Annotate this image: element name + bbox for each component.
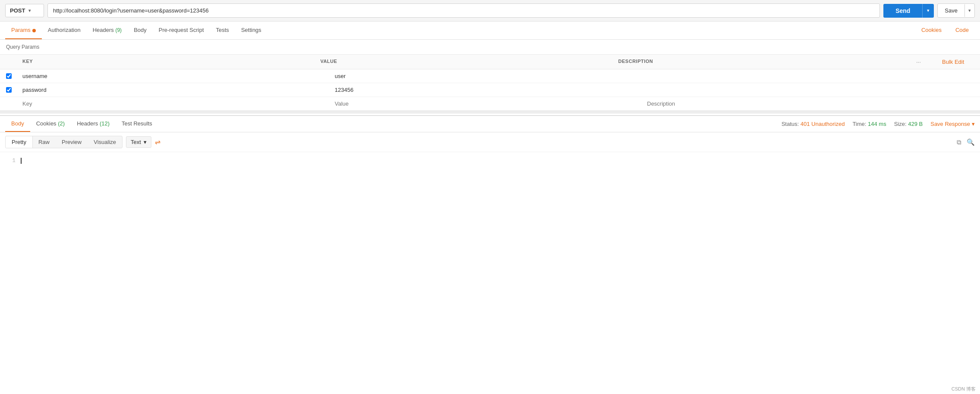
- text-type-chevron-icon: ▾: [144, 139, 147, 145]
- request-tabs: Params Authorization Headers (9) Body Pr…: [0, 22, 980, 40]
- placeholder-key-input[interactable]: [22, 100, 324, 107]
- row2-actions-cell: [954, 87, 980, 94]
- format-tab-preview[interactable]: Preview: [56, 136, 88, 148]
- response-tab-cookies[interactable]: Cookies (2): [30, 116, 71, 132]
- method-label: POST: [10, 7, 25, 14]
- response-status: Status: 401 Unauthorized Time: 144 ms Si…: [782, 121, 975, 127]
- url-input[interactable]: [47, 3, 880, 18]
- placeholder-description-cell: [642, 97, 954, 110]
- time-value: 144 ms: [868, 121, 886, 127]
- save-button[interactable]: Save: [938, 4, 964, 17]
- text-cursor: [21, 158, 22, 164]
- table-row: [0, 69, 980, 83]
- col-more-header[interactable]: ···: [911, 55, 937, 69]
- placeholder-value-input[interactable]: [335, 100, 637, 107]
- row2-value-input[interactable]: [335, 87, 637, 93]
- placeholder-key-cell: [17, 97, 330, 110]
- tab-body[interactable]: Body: [128, 22, 153, 39]
- tab-authorization[interactable]: Authorization: [42, 22, 87, 39]
- tab-headers[interactable]: Headers (9): [87, 22, 128, 39]
- response-tab-test-results[interactable]: Test Results: [116, 116, 158, 132]
- col-description-header: DESCRIPTION: [613, 55, 911, 69]
- tab-code[interactable]: Code: [949, 22, 975, 39]
- placeholder-checkbox-cell: [0, 100, 17, 107]
- row1-description-cell: [642, 69, 954, 83]
- send-button[interactable]: Send: [883, 4, 922, 18]
- send-button-group: Send ▾: [883, 4, 934, 18]
- tab-prerequest[interactable]: Pre-request Script: [153, 22, 210, 39]
- tab-params[interactable]: Params: [5, 22, 42, 39]
- format-tab-raw[interactable]: Raw: [32, 136, 56, 148]
- params-active-dot: [32, 29, 36, 32]
- row2-key-input[interactable]: [22, 87, 324, 93]
- right-tabs: Cookies Code: [915, 22, 975, 39]
- row2-value-cell: [330, 83, 642, 97]
- row2-checkbox-cell: [0, 84, 17, 96]
- row1-value-cell: [330, 69, 642, 83]
- row2-description-input[interactable]: [647, 87, 949, 93]
- col-key-header: KEY: [17, 55, 315, 69]
- row1-key-input[interactable]: [22, 73, 324, 79]
- bulk-edit-button[interactable]: Bulk Edit: [937, 55, 980, 69]
- status-value: 401 Unauthorized: [801, 121, 845, 127]
- row1-checkbox-cell: [0, 70, 17, 82]
- row2-key-cell: [17, 83, 330, 97]
- send-dropdown-button[interactable]: ▾: [922, 4, 934, 18]
- tab-cookies[interactable]: Cookies: [915, 22, 948, 39]
- params-table-header: KEY VALUE DESCRIPTION ··· Bulk Edit: [0, 54, 980, 69]
- method-selector[interactable]: POST ▾: [5, 4, 44, 17]
- response-tabs-bar: Body Cookies (2) Headers (12) Test Resul…: [0, 115, 980, 132]
- placeholder-actions-cell: [954, 100, 980, 107]
- format-tabs: Pretty Raw Preview Visualize: [5, 136, 122, 148]
- format-tab-visualize[interactable]: Visualize: [88, 136, 122, 148]
- size-value: 429 B: [908, 121, 923, 127]
- response-tab-headers[interactable]: Headers (12): [71, 116, 116, 132]
- method-chevron-icon: ▾: [28, 8, 31, 13]
- section-divider: [0, 111, 980, 113]
- table-row: [0, 83, 980, 97]
- text-type-selector[interactable]: Text ▾: [126, 136, 151, 148]
- top-bar: POST ▾ Send ▾ Save ▾: [0, 0, 980, 22]
- wrap-icon[interactable]: ⇌: [155, 138, 160, 146]
- tab-tests[interactable]: Tests: [210, 22, 235, 39]
- save-response-button[interactable]: Save Response ▾: [930, 121, 975, 127]
- col-checkbox-header: [0, 55, 17, 69]
- row2-description-cell: [642, 83, 954, 97]
- code-content[interactable]: [21, 157, 975, 199]
- row1-description-input[interactable]: [647, 73, 949, 79]
- toolbar-right-actions: ⧉ 🔍: [957, 138, 975, 146]
- tab-settings[interactable]: Settings: [235, 22, 267, 39]
- response-tab-body[interactable]: Body: [5, 116, 30, 132]
- row2-checkbox[interactable]: [6, 87, 12, 93]
- copy-icon[interactable]: ⧉: [957, 138, 961, 146]
- format-tab-pretty[interactable]: Pretty: [6, 136, 32, 148]
- row1-key-cell: [17, 69, 330, 83]
- save-dropdown-button[interactable]: ▾: [964, 4, 974, 17]
- row1-checkbox[interactable]: [6, 73, 12, 79]
- save-button-group: Save ▾: [937, 3, 975, 18]
- col-value-header: VALUE: [315, 55, 613, 69]
- search-icon[interactable]: 🔍: [967, 138, 975, 146]
- row1-actions-cell: [954, 73, 980, 80]
- line-numbers: 1: [5, 157, 16, 199]
- row1-value-input[interactable]: [335, 73, 637, 79]
- code-area: 1: [0, 152, 980, 204]
- table-row-placeholder: [0, 97, 980, 111]
- placeholder-value-cell: [330, 97, 642, 110]
- query-params-section-label: Query Params: [0, 40, 980, 54]
- placeholder-description-input[interactable]: [647, 100, 949, 107]
- params-table: KEY VALUE DESCRIPTION ··· Bulk Edit: [0, 54, 980, 111]
- response-toolbar: Pretty Raw Preview Visualize Text ▾ ⇌ ⧉ …: [0, 132, 980, 152]
